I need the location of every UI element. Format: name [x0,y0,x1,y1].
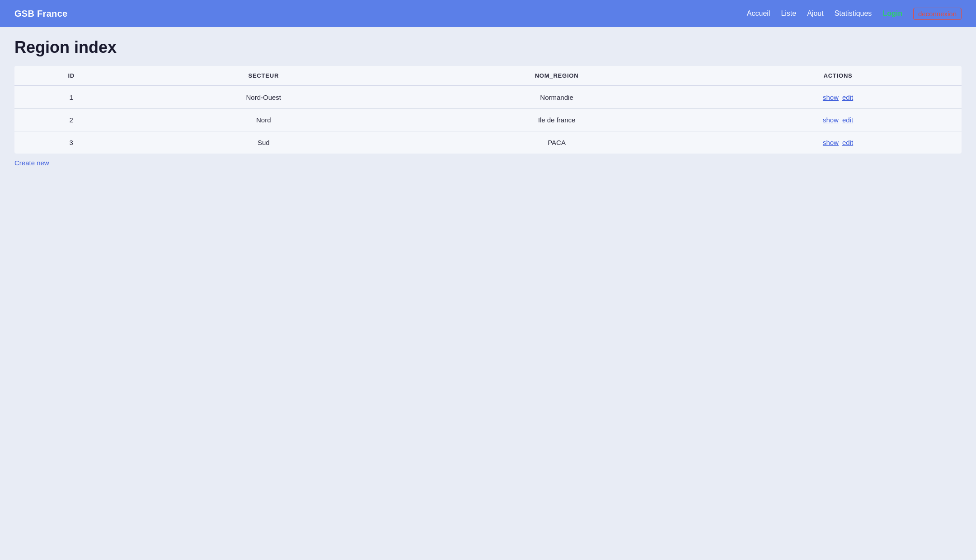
table-row: 2NordIle de franceshowedit [14,109,962,131]
cell-id: 3 [14,131,128,154]
actions-cell: showedit [723,93,953,101]
table-row: 3SudPACAshowedit [14,131,962,154]
cell-nom-region: Ile de france [399,109,714,131]
navbar: GSB France Accueil Liste Ajout Statistiq… [0,0,976,27]
navbar-brand: GSB France [14,9,67,19]
cell-nom-region: Normandie [399,86,714,109]
nav-accueil[interactable]: Accueil [747,9,770,18]
cell-id: 2 [14,109,128,131]
cell-secteur: Sud [128,131,399,154]
col-header-actions: ACTIONS [714,66,962,86]
col-header-id: ID [14,66,128,86]
col-header-secteur: SECTEUR [128,66,399,86]
cell-secteur: Nord [128,109,399,131]
cell-actions: showedit [714,86,962,109]
nav-login[interactable]: Login [882,9,902,18]
page-title: Region index [14,38,962,57]
edit-link[interactable]: edit [842,93,853,101]
regions-table: ID SECTEUR NOM_REGION ACTIONS 1Nord-Oues… [14,66,962,154]
actions-cell: showedit [723,116,953,124]
nav-statistiques[interactable]: Statistiques [835,9,872,18]
actions-cell: showedit [723,139,953,146]
nav-liste[interactable]: Liste [781,9,796,18]
show-link[interactable]: show [823,116,839,124]
table-row: 1Nord-OuestNormandieshowedit [14,86,962,109]
nav-deconnexion[interactable]: deconnexion [913,8,962,20]
nav-ajout[interactable]: Ajout [807,9,823,18]
show-link[interactable]: show [823,93,839,101]
cell-actions: showedit [714,131,962,154]
cell-id: 1 [14,86,128,109]
cell-actions: showedit [714,109,962,131]
cell-nom-region: PACA [399,131,714,154]
table-header-row: ID SECTEUR NOM_REGION ACTIONS [14,66,962,86]
table-container: ID SECTEUR NOM_REGION ACTIONS 1Nord-Oues… [14,66,962,154]
col-header-nom-region: NOM_REGION [399,66,714,86]
edit-link[interactable]: edit [842,139,853,146]
show-link[interactable]: show [823,139,839,146]
cell-secteur: Nord-Ouest [128,86,399,109]
create-new-link[interactable]: Create new [14,159,49,167]
main-content: Region index ID SECTEUR NOM_REGION ACTIO… [0,27,976,178]
navbar-links: Accueil Liste Ajout Statistiques Login d… [747,8,962,20]
edit-link[interactable]: edit [842,116,853,124]
